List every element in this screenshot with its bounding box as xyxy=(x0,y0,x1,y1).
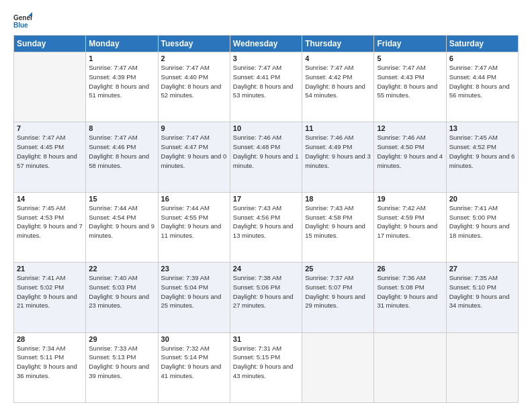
day-number: 16 xyxy=(161,195,227,203)
day-number: 11 xyxy=(305,124,371,132)
day-number: 2 xyxy=(161,54,227,62)
day-cell: 11Sunrise: 7:46 AM Sunset: 4:49 PM Dayli… xyxy=(302,122,374,192)
header-row: SundayMondayTuesdayWednesdayThursdayFrid… xyxy=(14,36,519,52)
header-cell-tuesday: Tuesday xyxy=(158,36,230,52)
day-info: Sunrise: 7:37 AM Sunset: 5:07 PM Dayligh… xyxy=(305,273,371,310)
day-info: Sunrise: 7:43 AM Sunset: 4:58 PM Dayligh… xyxy=(305,203,371,240)
day-number: 4 xyxy=(305,54,371,62)
day-info: Sunrise: 7:46 AM Sunset: 4:49 PM Dayligh… xyxy=(305,133,371,170)
day-info: Sunrise: 7:47 AM Sunset: 4:45 PM Dayligh… xyxy=(17,133,83,170)
day-info: Sunrise: 7:47 AM Sunset: 4:41 PM Dayligh… xyxy=(233,63,299,100)
day-number: 22 xyxy=(89,265,154,273)
day-info: Sunrise: 7:39 AM Sunset: 5:04 PM Dayligh… xyxy=(161,273,227,310)
day-cell: 21Sunrise: 7:41 AM Sunset: 5:02 PM Dayli… xyxy=(14,263,86,332)
day-cell: 24Sunrise: 7:38 AM Sunset: 5:06 PM Dayli… xyxy=(230,263,302,332)
header-cell-wednesday: Wednesday xyxy=(230,36,302,52)
page: General Blue SundayMondayTuesdayWednesda… xyxy=(0,0,532,411)
day-number: 3 xyxy=(233,54,299,62)
day-cell: 20Sunrise: 7:41 AM Sunset: 5:00 PM Dayli… xyxy=(446,192,518,262)
day-number: 18 xyxy=(305,195,371,203)
day-cell xyxy=(14,52,86,122)
day-info: Sunrise: 7:47 AM Sunset: 4:46 PM Dayligh… xyxy=(89,133,154,170)
day-cell: 12Sunrise: 7:46 AM Sunset: 4:50 PM Dayli… xyxy=(374,122,446,192)
day-cell: 26Sunrise: 7:36 AM Sunset: 5:08 PM Dayli… xyxy=(374,263,446,332)
day-number: 19 xyxy=(377,195,443,203)
day-info: Sunrise: 7:33 AM Sunset: 5:13 PM Dayligh… xyxy=(89,344,154,381)
week-row-4: 28Sunrise: 7:34 AM Sunset: 5:11 PM Dayli… xyxy=(14,332,519,402)
day-info: Sunrise: 7:47 AM Sunset: 4:39 PM Dayligh… xyxy=(89,63,154,100)
day-cell: 5Sunrise: 7:47 AM Sunset: 4:43 PM Daylig… xyxy=(374,52,446,122)
day-cell: 18Sunrise: 7:43 AM Sunset: 4:58 PM Dayli… xyxy=(302,192,374,262)
day-info: Sunrise: 7:43 AM Sunset: 4:56 PM Dayligh… xyxy=(233,203,299,240)
day-number: 27 xyxy=(449,265,515,273)
logo: General Blue xyxy=(13,11,35,30)
day-cell: 9Sunrise: 7:47 AM Sunset: 4:47 PM Daylig… xyxy=(158,122,230,192)
day-number: 21 xyxy=(17,265,83,273)
day-cell: 29Sunrise: 7:33 AM Sunset: 5:13 PM Dayli… xyxy=(86,332,158,402)
day-cell: 17Sunrise: 7:43 AM Sunset: 4:56 PM Dayli… xyxy=(230,192,302,262)
day-number: 8 xyxy=(89,124,154,132)
day-info: Sunrise: 7:36 AM Sunset: 5:08 PM Dayligh… xyxy=(377,273,443,310)
day-cell: 4Sunrise: 7:47 AM Sunset: 4:42 PM Daylig… xyxy=(302,52,374,122)
day-number: 30 xyxy=(161,335,227,343)
logo-icon: General Blue xyxy=(13,11,32,30)
day-number: 20 xyxy=(449,195,515,203)
day-cell: 2Sunrise: 7:47 AM Sunset: 4:40 PM Daylig… xyxy=(158,52,230,122)
day-info: Sunrise: 7:34 AM Sunset: 5:11 PM Dayligh… xyxy=(17,344,83,381)
header-cell-thursday: Thursday xyxy=(302,36,374,52)
week-row-2: 14Sunrise: 7:45 AM Sunset: 4:53 PM Dayli… xyxy=(14,192,519,262)
day-info: Sunrise: 7:46 AM Sunset: 4:50 PM Dayligh… xyxy=(377,133,443,170)
day-cell: 13Sunrise: 7:45 AM Sunset: 4:52 PM Dayli… xyxy=(446,122,518,192)
day-info: Sunrise: 7:47 AM Sunset: 4:44 PM Dayligh… xyxy=(449,63,515,100)
day-info: Sunrise: 7:41 AM Sunset: 5:02 PM Dayligh… xyxy=(17,273,83,310)
day-cell: 6Sunrise: 7:47 AM Sunset: 4:44 PM Daylig… xyxy=(446,52,518,122)
day-cell: 3Sunrise: 7:47 AM Sunset: 4:41 PM Daylig… xyxy=(230,52,302,122)
day-cell xyxy=(302,332,374,402)
day-info: Sunrise: 7:38 AM Sunset: 5:06 PM Dayligh… xyxy=(233,273,299,310)
day-number: 28 xyxy=(17,335,83,343)
svg-text:Blue: Blue xyxy=(13,21,28,29)
day-cell: 7Sunrise: 7:47 AM Sunset: 4:45 PM Daylig… xyxy=(14,122,86,192)
day-cell xyxy=(374,332,446,402)
day-cell: 30Sunrise: 7:32 AM Sunset: 5:14 PM Dayli… xyxy=(158,332,230,402)
day-cell: 16Sunrise: 7:44 AM Sunset: 4:55 PM Dayli… xyxy=(158,192,230,262)
day-info: Sunrise: 7:44 AM Sunset: 4:54 PM Dayligh… xyxy=(89,203,154,240)
day-number: 9 xyxy=(161,124,227,132)
day-number: 13 xyxy=(449,124,515,132)
day-number: 7 xyxy=(17,124,83,132)
day-cell: 8Sunrise: 7:47 AM Sunset: 4:46 PM Daylig… xyxy=(86,122,158,192)
day-number: 25 xyxy=(305,265,371,273)
day-cell: 28Sunrise: 7:34 AM Sunset: 5:11 PM Dayli… xyxy=(14,332,86,402)
day-info: Sunrise: 7:42 AM Sunset: 4:59 PM Dayligh… xyxy=(377,203,443,240)
day-info: Sunrise: 7:46 AM Sunset: 4:48 PM Dayligh… xyxy=(233,133,299,170)
day-info: Sunrise: 7:31 AM Sunset: 5:15 PM Dayligh… xyxy=(233,344,299,381)
day-info: Sunrise: 7:40 AM Sunset: 5:03 PM Dayligh… xyxy=(89,273,154,310)
day-number: 5 xyxy=(377,54,443,62)
day-info: Sunrise: 7:45 AM Sunset: 4:53 PM Dayligh… xyxy=(17,203,83,240)
day-number: 26 xyxy=(377,265,443,273)
day-cell: 31Sunrise: 7:31 AM Sunset: 5:15 PM Dayli… xyxy=(230,332,302,402)
header-cell-friday: Friday xyxy=(374,36,446,52)
day-number: 12 xyxy=(377,124,443,132)
day-cell: 27Sunrise: 7:35 AM Sunset: 5:10 PM Dayli… xyxy=(446,263,518,332)
day-info: Sunrise: 7:45 AM Sunset: 4:52 PM Dayligh… xyxy=(449,133,515,170)
day-info: Sunrise: 7:32 AM Sunset: 5:14 PM Dayligh… xyxy=(161,344,227,381)
header-cell-sunday: Sunday xyxy=(14,36,86,52)
week-row-1: 7Sunrise: 7:47 AM Sunset: 4:45 PM Daylig… xyxy=(14,122,519,192)
header-cell-monday: Monday xyxy=(86,36,158,52)
day-number: 23 xyxy=(161,265,227,273)
day-info: Sunrise: 7:47 AM Sunset: 4:42 PM Dayligh… xyxy=(305,63,371,100)
day-number: 31 xyxy=(233,335,299,343)
day-info: Sunrise: 7:41 AM Sunset: 5:00 PM Dayligh… xyxy=(449,203,515,240)
day-cell: 19Sunrise: 7:42 AM Sunset: 4:59 PM Dayli… xyxy=(374,192,446,262)
header-cell-saturday: Saturday xyxy=(446,36,518,52)
day-number: 29 xyxy=(89,335,154,343)
day-number: 6 xyxy=(449,54,515,62)
day-number: 10 xyxy=(233,124,299,132)
day-cell: 23Sunrise: 7:39 AM Sunset: 5:04 PM Dayli… xyxy=(158,263,230,332)
day-info: Sunrise: 7:47 AM Sunset: 4:47 PM Dayligh… xyxy=(161,133,227,170)
day-cell: 10Sunrise: 7:46 AM Sunset: 4:48 PM Dayli… xyxy=(230,122,302,192)
week-row-0: 1Sunrise: 7:47 AM Sunset: 4:39 PM Daylig… xyxy=(14,52,519,122)
day-info: Sunrise: 7:47 AM Sunset: 4:40 PM Dayligh… xyxy=(161,63,227,100)
week-row-3: 21Sunrise: 7:41 AM Sunset: 5:02 PM Dayli… xyxy=(14,263,519,332)
